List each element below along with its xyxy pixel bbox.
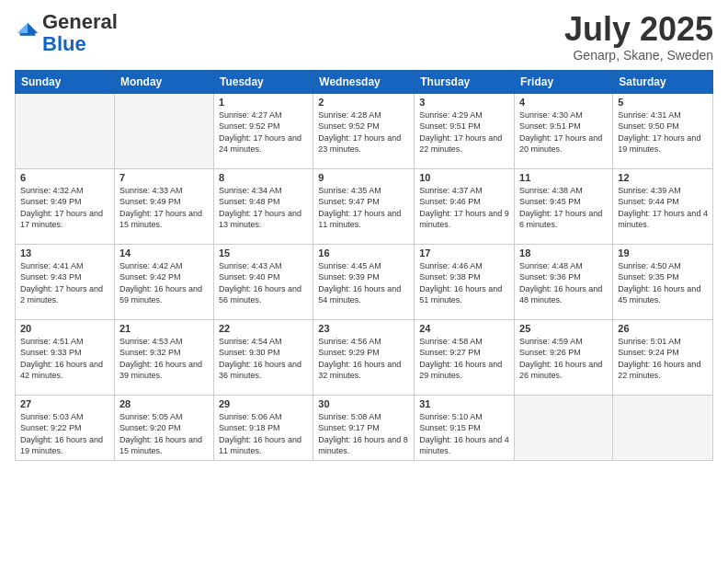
weekday-wednesday: Wednesday xyxy=(313,70,415,93)
day-cell: 8Sunrise: 4:34 AM Sunset: 9:48 PM Daylig… xyxy=(213,168,313,244)
day-number: 1 xyxy=(219,97,308,108)
day-number: 25 xyxy=(519,323,608,334)
day-number: 15 xyxy=(219,247,308,259)
day-cell: 31Sunrise: 5:10 AM Sunset: 9:15 PM Dayli… xyxy=(415,395,515,460)
day-number: 13 xyxy=(20,247,109,259)
day-cell: 25Sunrise: 4:59 AM Sunset: 9:26 PM Dayli… xyxy=(515,319,613,395)
day-cell: 15Sunrise: 4:43 AM Sunset: 9:40 PM Dayli… xyxy=(213,244,313,319)
logo: General Blue xyxy=(15,11,118,55)
day-number: 9 xyxy=(318,172,409,183)
logo-blue: Blue xyxy=(42,32,86,55)
logo-text: General Blue xyxy=(42,11,118,55)
week-row-1: 1Sunrise: 4:27 AM Sunset: 9:52 PM Daylig… xyxy=(16,93,713,168)
day-number: 18 xyxy=(519,247,608,259)
day-number: 16 xyxy=(318,247,409,259)
day-info: Sunrise: 4:41 AM Sunset: 9:43 PM Dayligh… xyxy=(20,260,109,306)
day-number: 10 xyxy=(419,172,509,183)
header: General Blue July 2025 Genarp, Skane, Sw… xyxy=(15,11,713,63)
svg-marker-0 xyxy=(28,23,38,33)
svg-marker-1 xyxy=(17,23,28,33)
logo-icon xyxy=(15,20,40,46)
day-number: 11 xyxy=(519,172,608,183)
day-cell xyxy=(613,395,713,460)
day-info: Sunrise: 4:30 AM Sunset: 9:51 PM Dayligh… xyxy=(519,109,608,155)
day-cell: 6Sunrise: 4:32 AM Sunset: 9:49 PM Daylig… xyxy=(16,168,115,244)
week-row-5: 27Sunrise: 5:03 AM Sunset: 9:22 PM Dayli… xyxy=(16,395,713,460)
day-cell: 17Sunrise: 4:46 AM Sunset: 9:38 PM Dayli… xyxy=(415,244,515,319)
day-cell: 9Sunrise: 4:35 AM Sunset: 9:47 PM Daylig… xyxy=(313,168,415,244)
day-info: Sunrise: 5:03 AM Sunset: 9:22 PM Dayligh… xyxy=(20,411,109,457)
day-info: Sunrise: 4:32 AM Sunset: 9:49 PM Dayligh… xyxy=(20,185,109,231)
day-number: 28 xyxy=(119,398,209,409)
day-number: 17 xyxy=(419,247,509,259)
day-number: 31 xyxy=(419,398,509,409)
day-info: Sunrise: 4:27 AM Sunset: 9:52 PM Dayligh… xyxy=(219,109,308,155)
day-cell: 4Sunrise: 4:30 AM Sunset: 9:51 PM Daylig… xyxy=(515,93,613,168)
day-cell: 27Sunrise: 5:03 AM Sunset: 9:22 PM Dayli… xyxy=(16,395,115,460)
day-info: Sunrise: 4:53 AM Sunset: 9:32 PM Dayligh… xyxy=(119,336,209,382)
day-number: 14 xyxy=(119,247,209,259)
day-number: 23 xyxy=(318,323,409,334)
weekday-saturday: Saturday xyxy=(613,70,713,93)
day-number: 12 xyxy=(618,172,708,183)
day-cell: 2Sunrise: 4:28 AM Sunset: 9:52 PM Daylig… xyxy=(313,93,415,168)
day-cell xyxy=(515,395,613,460)
day-number: 24 xyxy=(419,323,509,334)
day-number: 27 xyxy=(20,398,109,409)
day-info: Sunrise: 4:46 AM Sunset: 9:38 PM Dayligh… xyxy=(419,260,509,306)
day-info: Sunrise: 5:08 AM Sunset: 9:17 PM Dayligh… xyxy=(318,411,409,457)
day-cell: 11Sunrise: 4:38 AM Sunset: 9:45 PM Dayli… xyxy=(515,168,613,244)
day-cell: 12Sunrise: 4:39 AM Sunset: 9:44 PM Dayli… xyxy=(613,168,713,244)
day-cell: 20Sunrise: 4:51 AM Sunset: 9:33 PM Dayli… xyxy=(16,319,115,395)
day-cell xyxy=(114,93,213,168)
day-cell: 30Sunrise: 5:08 AM Sunset: 9:17 PM Dayli… xyxy=(313,395,415,460)
day-cell xyxy=(16,93,115,168)
day-cell: 21Sunrise: 4:53 AM Sunset: 9:32 PM Dayli… xyxy=(114,319,213,395)
weekday-header-row: SundayMondayTuesdayWednesdayThursdayFrid… xyxy=(16,70,713,93)
calendar-body: 1Sunrise: 4:27 AM Sunset: 9:52 PM Daylig… xyxy=(16,93,713,460)
day-cell: 14Sunrise: 4:42 AM Sunset: 9:42 PM Dayli… xyxy=(114,244,213,319)
day-cell: 10Sunrise: 4:37 AM Sunset: 9:46 PM Dayli… xyxy=(415,168,515,244)
day-info: Sunrise: 4:37 AM Sunset: 9:46 PM Dayligh… xyxy=(419,185,509,231)
day-number: 19 xyxy=(618,247,708,259)
month-title: July 2025 xyxy=(564,11,713,48)
day-info: Sunrise: 4:43 AM Sunset: 9:40 PM Dayligh… xyxy=(219,260,308,306)
calendar: SundayMondayTuesdayWednesdayThursdayFrid… xyxy=(15,70,713,461)
week-row-3: 13Sunrise: 4:41 AM Sunset: 9:43 PM Dayli… xyxy=(16,244,713,319)
logo-general: General xyxy=(42,10,118,33)
day-number: 29 xyxy=(219,398,308,409)
day-info: Sunrise: 4:28 AM Sunset: 9:52 PM Dayligh… xyxy=(318,109,409,155)
day-number: 21 xyxy=(119,323,209,334)
weekday-thursday: Thursday xyxy=(415,70,515,93)
day-cell: 23Sunrise: 4:56 AM Sunset: 9:29 PM Dayli… xyxy=(313,319,415,395)
day-cell: 19Sunrise: 4:50 AM Sunset: 9:35 PM Dayli… xyxy=(613,244,713,319)
day-info: Sunrise: 4:39 AM Sunset: 9:44 PM Dayligh… xyxy=(618,185,708,231)
day-info: Sunrise: 4:34 AM Sunset: 9:48 PM Dayligh… xyxy=(219,185,308,231)
day-cell: 16Sunrise: 4:45 AM Sunset: 9:39 PM Dayli… xyxy=(313,244,415,319)
day-info: Sunrise: 4:48 AM Sunset: 9:36 PM Dayligh… xyxy=(519,260,608,306)
day-cell: 5Sunrise: 4:31 AM Sunset: 9:50 PM Daylig… xyxy=(613,93,713,168)
day-info: Sunrise: 5:05 AM Sunset: 9:20 PM Dayligh… xyxy=(119,411,209,457)
weekday-monday: Monday xyxy=(114,70,213,93)
day-number: 7 xyxy=(119,172,209,183)
day-cell: 1Sunrise: 4:27 AM Sunset: 9:52 PM Daylig… xyxy=(213,93,313,168)
weekday-sunday: Sunday xyxy=(16,70,115,93)
day-info: Sunrise: 4:51 AM Sunset: 9:33 PM Dayligh… xyxy=(20,336,109,382)
day-info: Sunrise: 4:33 AM Sunset: 9:49 PM Dayligh… xyxy=(119,185,209,231)
day-info: Sunrise: 4:38 AM Sunset: 9:45 PM Dayligh… xyxy=(519,185,608,231)
day-cell: 29Sunrise: 5:06 AM Sunset: 9:18 PM Dayli… xyxy=(213,395,313,460)
day-cell: 28Sunrise: 5:05 AM Sunset: 9:20 PM Dayli… xyxy=(114,395,213,460)
weekday-friday: Friday xyxy=(515,70,613,93)
day-cell: 22Sunrise: 4:54 AM Sunset: 9:30 PM Dayli… xyxy=(213,319,313,395)
day-cell: 7Sunrise: 4:33 AM Sunset: 9:49 PM Daylig… xyxy=(114,168,213,244)
weekday-tuesday: Tuesday xyxy=(213,70,313,93)
page: General Blue July 2025 Genarp, Skane, Sw… xyxy=(0,0,728,563)
day-number: 22 xyxy=(219,323,308,334)
day-info: Sunrise: 4:58 AM Sunset: 9:27 PM Dayligh… xyxy=(419,336,509,382)
day-info: Sunrise: 5:06 AM Sunset: 9:18 PM Dayligh… xyxy=(219,411,308,457)
day-info: Sunrise: 4:50 AM Sunset: 9:35 PM Dayligh… xyxy=(618,260,708,306)
day-cell: 3Sunrise: 4:29 AM Sunset: 9:51 PM Daylig… xyxy=(415,93,515,168)
day-cell: 26Sunrise: 5:01 AM Sunset: 9:24 PM Dayli… xyxy=(613,319,713,395)
day-number: 26 xyxy=(618,323,708,334)
location: Genarp, Skane, Sweden xyxy=(564,48,713,63)
